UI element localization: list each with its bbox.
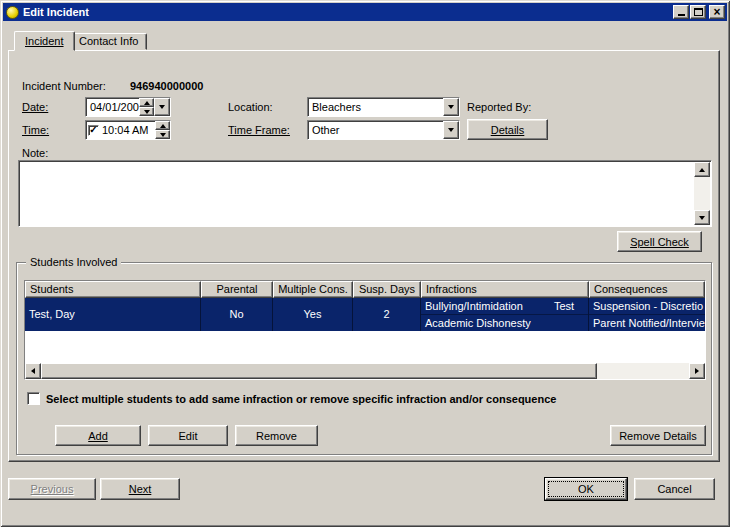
details-button-label: Details	[491, 124, 525, 136]
cancel-button[interactable]: Cancel	[634, 478, 715, 500]
remove-details-button[interactable]: Remove Details	[610, 425, 706, 446]
maximize-button[interactable]	[690, 5, 706, 19]
down-arrow-icon	[699, 216, 705, 220]
close-button[interactable]: ×	[709, 5, 725, 19]
tab-incident-label: Incident	[25, 35, 64, 47]
column-header-parental[interactable]: Parental	[201, 281, 273, 298]
time-value[interactable]: 10:04 AM	[100, 124, 155, 136]
note-input[interactable]	[18, 160, 712, 227]
time-label: Time:	[22, 124, 49, 136]
time-frame-label: Time Frame:	[228, 124, 290, 136]
time-input[interactable]: ✓ 10:04 AM	[85, 120, 171, 140]
incident-number-label: Incident Number:	[22, 80, 106, 92]
ok-button-label: OK	[578, 483, 594, 495]
time-spin-down-button[interactable]	[155, 130, 170, 139]
multi-select-checkbox[interactable]	[27, 392, 40, 405]
scroll-left-button[interactable]	[25, 363, 41, 379]
note-scrollbar[interactable]	[694, 162, 710, 225]
scroll-up-button[interactable]	[694, 162, 710, 177]
up-arrow-icon	[699, 168, 705, 172]
cell-infractions[interactable]: Bullying/IntimidationTest Academic Disho…	[421, 298, 589, 331]
scrollbar-track[interactable]	[597, 363, 689, 379]
location-label: Location:	[228, 101, 273, 113]
student-row-selected[interactable]: Test, Day No Yes 2 Bullying/Intimidation…	[25, 298, 705, 331]
date-spin-down-button[interactable]	[139, 107, 154, 116]
cell-multiple-cons[interactable]: Yes	[273, 298, 353, 331]
time-spin-up-button[interactable]	[155, 121, 170, 130]
details-button[interactable]: Details	[467, 119, 548, 140]
infraction-name: Bullying/Intimidation	[425, 300, 523, 312]
date-spinner	[139, 98, 154, 116]
column-header-infractions[interactable]: Infractions	[421, 281, 589, 298]
column-label: Multiple Cons.	[278, 283, 348, 295]
scrollbar-thumb[interactable]	[41, 363, 597, 379]
scroll-down-button[interactable]	[694, 210, 710, 225]
consequence-name: Suspension - Discretio	[593, 300, 703, 312]
check-icon: ✓	[89, 125, 97, 135]
date-calendar-dropdown-button[interactable]	[154, 98, 170, 116]
cell-susp-days[interactable]: 2	[353, 298, 421, 331]
column-header-susp-days[interactable]: Susp. Days	[353, 281, 421, 298]
infraction-line[interactable]: Academic Dishonesty	[421, 314, 588, 330]
up-arrow-icon	[144, 101, 150, 105]
students-involved-title: Students Involved	[26, 256, 121, 268]
titlebar[interactable]: Edit Incident ×	[3, 3, 727, 21]
location-value: Bleachers	[308, 101, 443, 113]
table-horizontal-scrollbar[interactable]	[25, 363, 705, 379]
minimize-button[interactable]	[673, 5, 689, 19]
add-button[interactable]: Add	[55, 425, 141, 446]
location-combobox[interactable]: Bleachers	[307, 97, 460, 117]
next-button[interactable]: Next	[100, 478, 180, 500]
tab-contact-info-label: Contact Info	[79, 35, 138, 47]
next-button-label: Next	[129, 483, 152, 495]
location-dropdown-button[interactable]	[443, 98, 459, 116]
ok-button[interactable]: OK	[545, 478, 627, 500]
scrollbar-track[interactable]	[694, 177, 710, 210]
tab-incident[interactable]: Incident	[14, 31, 75, 51]
cell-students[interactable]: Test, Day	[25, 298, 201, 331]
table-empty-area[interactable]	[25, 331, 705, 363]
column-header-students[interactable]: Students	[25, 281, 201, 298]
down-arrow-icon	[144, 110, 150, 114]
infraction-name: Academic Dishonesty	[425, 317, 531, 329]
column-label: Consequences	[594, 283, 667, 295]
app-icon	[6, 6, 19, 19]
add-button-label: Add	[88, 430, 108, 442]
dropdown-arrow-icon	[159, 105, 165, 109]
time-frame-combobox[interactable]: Other	[307, 120, 460, 140]
column-label: Infractions	[426, 283, 477, 295]
right-arrow-icon	[695, 368, 699, 374]
tab-contact-info[interactable]: Contact Info	[70, 33, 147, 50]
multiple-cons-value: Yes	[304, 308, 322, 320]
date-label: Date:	[22, 101, 48, 113]
column-header-consequences[interactable]: Consequences	[589, 281, 705, 298]
minimize-icon	[678, 14, 685, 16]
incident-number-value: 946940000000	[130, 80, 203, 92]
edit-button-label: Edit	[179, 430, 198, 442]
spell-check-button-label: Spell Check	[630, 236, 689, 248]
cell-parental[interactable]: No	[201, 298, 273, 331]
time-frame-dropdown-button[interactable]	[443, 121, 459, 139]
time-checkbox[interactable]: ✓	[88, 125, 99, 136]
remove-button-label: Remove	[256, 430, 297, 442]
scroll-right-button[interactable]	[689, 363, 705, 379]
spell-check-button[interactable]: Spell Check	[617, 231, 702, 252]
infraction-line[interactable]: Bullying/IntimidationTest	[421, 298, 588, 314]
dropdown-arrow-icon	[448, 128, 454, 132]
date-input[interactable]: 04/01/2008	[85, 97, 171, 117]
edit-button[interactable]: Edit	[148, 425, 228, 446]
date-spin-up-button[interactable]	[139, 98, 154, 107]
window-controls: ×	[672, 5, 725, 19]
time-frame-label-text: Time Frame:	[228, 124, 290, 136]
cell-consequences[interactable]: Suspension - Discretio Parent Notified/I…	[589, 298, 705, 331]
date-value[interactable]: 04/01/2008	[86, 101, 139, 113]
reported-by-label: Reported By:	[467, 101, 531, 113]
previous-button: Previous	[8, 478, 96, 500]
consequence-line[interactable]: Suspension - Discretio	[589, 298, 705, 314]
time-frame-value: Other	[308, 124, 443, 136]
consequence-line[interactable]: Parent Notified/Intervie	[589, 314, 705, 330]
down-arrow-icon	[160, 133, 166, 137]
left-arrow-icon	[31, 368, 35, 374]
column-header-multiple-cons[interactable]: Multiple Cons.	[273, 281, 353, 298]
remove-button[interactable]: Remove	[235, 425, 318, 446]
